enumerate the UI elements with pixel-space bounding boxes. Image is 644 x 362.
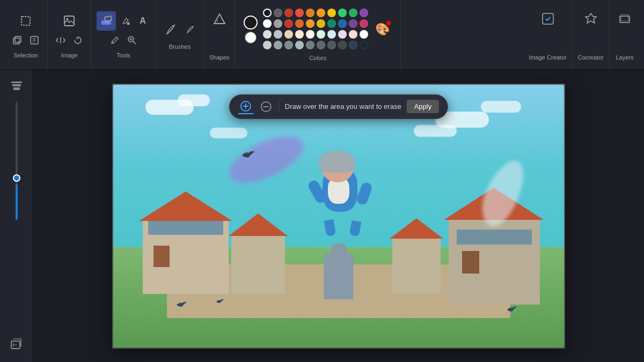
image-import-button[interactable] <box>60 11 79 31</box>
color-swatch-2[interactable] <box>284 9 293 17</box>
color-swatch-39[interactable] <box>360 41 368 49</box>
color-swatch-11[interactable] <box>274 19 282 28</box>
color-swatch-22[interactable] <box>284 30 293 39</box>
color-swatch-25[interactable] <box>317 30 325 39</box>
color-swatch-37[interactable] <box>338 41 347 49</box>
rotate-button[interactable] <box>70 33 85 48</box>
fill-button[interactable] <box>118 13 133 28</box>
layers-label: Layers <box>616 54 633 61</box>
cocreator-button[interactable] <box>581 9 601 28</box>
color-swatch-27[interactable] <box>338 30 347 39</box>
cloud-6 <box>414 125 457 137</box>
color-swatch-30[interactable] <box>263 41 272 49</box>
color-swatch-14[interactable] <box>306 19 314 28</box>
main-area: Draw over the area you want to erase App… <box>0 70 644 362</box>
color-swatch-31[interactable] <box>274 41 282 49</box>
selection-icons-row2 <box>10 33 42 48</box>
cloud-4 <box>481 101 521 113</box>
sticker-button[interactable] <box>27 33 42 48</box>
color-swatch-6[interactable] <box>327 9 336 17</box>
brushes-label: Brushes <box>169 43 191 50</box>
building-right <box>449 219 540 305</box>
color-swatch-24[interactable] <box>306 30 314 39</box>
building-left <box>143 219 229 294</box>
rect-select-button[interactable] <box>16 11 35 31</box>
color-swatch-13[interactable] <box>295 19 304 28</box>
color-swatch-28[interactable] <box>349 30 357 39</box>
color-swatch-8[interactable] <box>349 9 357 17</box>
color-swatch-18[interactable] <box>349 19 357 28</box>
tools-icons-row1: A <box>97 11 150 31</box>
color-swatch-32[interactable] <box>284 41 293 49</box>
color-swatch-0[interactable] <box>263 9 272 17</box>
color-swatch-10[interactable] <box>263 19 272 28</box>
canvas-wrapper[interactable]: Draw over the area you want to erase App… <box>113 85 564 348</box>
shapes-label: Shapes <box>209 54 229 61</box>
image-label: Image <box>61 52 78 58</box>
color-swatch-16[interactable] <box>327 19 336 28</box>
image-creator-label: Image Creator <box>529 54 566 61</box>
svg-rect-17 <box>621 14 628 21</box>
eyedropper-button[interactable] <box>107 33 122 48</box>
color-swatch-26[interactable] <box>327 30 336 39</box>
secondary-color-swatch[interactable] <box>245 32 257 43</box>
image-creator-button[interactable] <box>538 9 558 28</box>
svg-rect-15 <box>543 13 553 24</box>
color-swatch-17[interactable] <box>338 19 347 28</box>
left-sidebar <box>0 70 33 362</box>
color-swatch-12[interactable] <box>284 19 293 28</box>
text-button[interactable]: A <box>135 13 150 28</box>
door-left <box>153 246 170 267</box>
shapes-button[interactable] <box>210 9 229 28</box>
color-swatch-1[interactable] <box>274 9 282 17</box>
svg-rect-0 <box>21 17 30 25</box>
color-swatch-38[interactable] <box>349 41 357 49</box>
erase-button[interactable] <box>97 11 116 31</box>
brushes-icons-row <box>162 20 198 39</box>
toolbar-group-colors: 🎨 Colors <box>235 0 401 69</box>
bird-left <box>175 299 191 314</box>
color-swatch-5[interactable] <box>317 9 325 17</box>
building-mid-left <box>231 235 285 294</box>
erase-subtract-mode-button[interactable] <box>259 99 274 114</box>
svg-rect-16 <box>620 16 630 23</box>
toolbar-group-layers: Layers <box>610 0 640 69</box>
tools-icons-row2 <box>107 33 140 48</box>
toolbar-group-image: Image <box>48 0 91 69</box>
color-swatch-36[interactable] <box>327 41 336 49</box>
zoom-button[interactable] <box>125 33 140 48</box>
toolbar-group-brushes: Brushes <box>156 0 204 69</box>
color-swatch-7[interactable] <box>338 9 347 17</box>
brush-size-slider[interactable] <box>16 102 18 220</box>
copy-button[interactable] <box>10 33 25 48</box>
apply-button[interactable]: Apply <box>407 100 440 113</box>
brush-alt-button[interactable] <box>183 22 198 37</box>
color-swatch-29[interactable] <box>360 30 368 39</box>
door-right <box>462 251 479 274</box>
primary-color-swatch[interactable] <box>244 16 258 29</box>
layers-small-button[interactable] <box>7 334 26 353</box>
flip-button[interactable] <box>53 33 68 48</box>
canvas-image <box>113 85 564 348</box>
color-swatch-15[interactable] <box>317 19 325 28</box>
color-swatch-33[interactable] <box>295 41 304 49</box>
cloud-5 <box>210 128 247 138</box>
brush-main-button[interactable] <box>162 20 181 39</box>
svg-rect-20 <box>13 87 20 90</box>
color-swatch-34[interactable] <box>306 41 314 49</box>
color-swatch-20[interactable] <box>263 30 272 39</box>
small-bird-fountain <box>215 297 227 309</box>
character <box>312 153 371 236</box>
layers-button[interactable] <box>615 9 634 28</box>
color-swatch-9[interactable] <box>360 9 368 17</box>
floating-instruction: Draw over the area you want to erase <box>285 102 401 110</box>
color-swatch-3[interactable] <box>295 9 304 17</box>
svg-rect-19 <box>12 84 21 86</box>
color-swatch-21[interactable] <box>274 30 282 39</box>
color-swatch-23[interactable] <box>295 30 304 39</box>
color-swatch-35[interactable] <box>317 41 325 49</box>
color-swatch-19[interactable] <box>360 19 368 28</box>
color-picker-button[interactable]: 🎨 <box>372 20 392 39</box>
color-swatch-4[interactable] <box>306 9 314 17</box>
erase-add-mode-button[interactable] <box>238 99 253 114</box>
